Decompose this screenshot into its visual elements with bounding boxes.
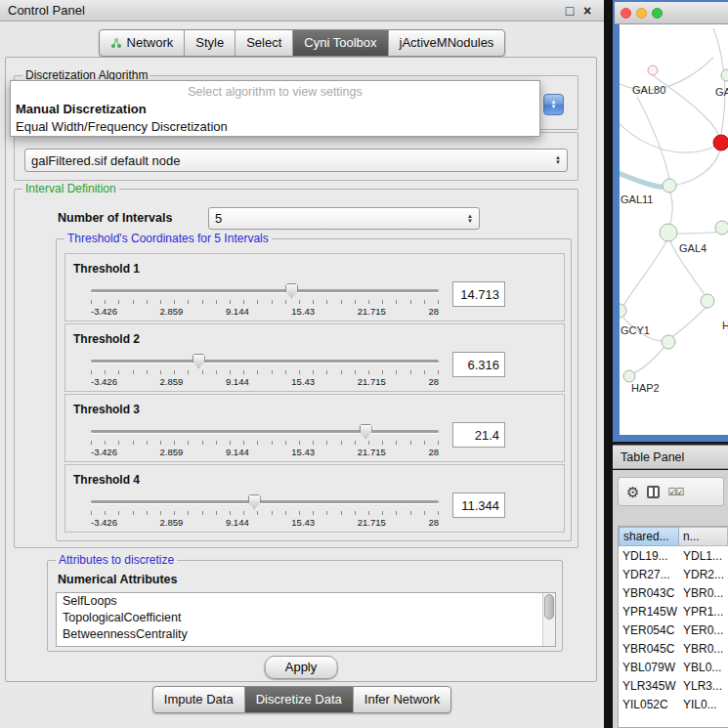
- node-label: GAL80: [632, 84, 665, 96]
- zoom-traffic-light-icon[interactable]: [652, 8, 663, 19]
- select-columns-icon[interactable]: ☑☑: [667, 487, 683, 497]
- slider-track[interactable]: [91, 354, 439, 369]
- table-row[interactable]: YDL19...YDL1...: [619, 546, 728, 565]
- tab-impute-data[interactable]: Impute Data: [153, 687, 245, 712]
- threshold-4-value-field[interactable]: 11.344: [452, 492, 505, 518]
- number-of-intervals-combobox[interactable]: 5 ▲▼: [208, 207, 480, 230]
- slider-track[interactable]: [91, 494, 439, 510]
- table-toolbar: ⚙ ☑☑: [618, 477, 724, 506]
- threshold-2-slider: -3.4262.8599.14415.4321.71528: [91, 354, 439, 387]
- tab-infer-network[interactable]: Infer Network: [354, 687, 450, 712]
- threshold-3-value-field[interactable]: 21.4: [452, 422, 505, 448]
- minimize-traffic-light-icon[interactable]: [636, 8, 647, 19]
- list-scrollbar[interactable]: [542, 593, 555, 646]
- network-node[interactable]: [648, 65, 658, 75]
- close-traffic-light-icon[interactable]: [621, 8, 631, 19]
- slider-scale: -3.4262.8599.14415.4321.71528: [91, 517, 439, 528]
- attributes-group: Attributes to discretize Numerical Attri…: [47, 560, 563, 652]
- network-node[interactable]: [623, 370, 635, 382]
- tab-cyni-toolbox[interactable]: Cyni Toolbox: [293, 30, 388, 56]
- threshold-1-value-field[interactable]: 14.713: [452, 281, 505, 307]
- right-column: GAL80 GA GAL11 GAL4 GCY1 HAP2 H Table Pa…: [613, 0, 728, 728]
- column-header-shared-name[interactable]: shared...: [619, 527, 679, 546]
- table-row[interactable]: YPR145WYPR1...: [619, 602, 728, 621]
- thresholds-group: Threshold's Coordinates for 5 Intervals …: [56, 238, 572, 541]
- tab-style[interactable]: Style: [185, 30, 236, 56]
- table-row[interactable]: YBL079WYBL0...: [619, 658, 728, 676]
- slider-track[interactable]: [91, 424, 439, 440]
- network-node[interactable]: [620, 304, 626, 318]
- list-item[interactable]: TopologicalCoefficient: [57, 610, 555, 626]
- column-header-name[interactable]: n...: [679, 527, 728, 546]
- node-label: GAL11: [621, 193, 653, 205]
- combobox-stepper-icon: ▲▼: [461, 214, 473, 224]
- network-graph: GAL80 GA GAL11 GAL4 GCY1 HAP2 H: [620, 24, 728, 435]
- numerical-attributes-label: Numerical Attributes: [58, 573, 177, 586]
- network-node[interactable]: [662, 335, 675, 349]
- table-header-row: shared... n...: [619, 527, 728, 546]
- network-node[interactable]: [701, 294, 714, 308]
- list-item[interactable]: BetweennessCentrality: [57, 626, 555, 643]
- network-canvas[interactable]: GAL80 GA GAL11 GAL4 GCY1 HAP2 H: [620, 24, 728, 435]
- scrollbar-thumb[interactable]: [544, 594, 554, 620]
- network-node[interactable]: [660, 224, 677, 241]
- gear-icon[interactable]: ⚙: [626, 485, 639, 499]
- table-panel-title: Table Panel: [621, 450, 684, 464]
- table-data-combobox-value: galFiltered.sif default node: [31, 153, 180, 168]
- cyni-content-panel: Discretization Algorithm Table Data galF…: [5, 57, 597, 682]
- threshold-2-label: Threshold 2: [73, 332, 140, 346]
- slider-track[interactable]: [91, 283, 439, 299]
- table-row[interactable]: YIL052CYIL0...: [619, 695, 728, 713]
- slider-scale: -3.4262.8599.14415.4321.71528: [91, 447, 439, 457]
- bottom-tab-bar: Impute Data Discretize Data Infer Networ…: [0, 686, 604, 713]
- network-node-selected[interactable]: [713, 135, 728, 150]
- network-edge-thick: [620, 171, 668, 187]
- slider-thumb[interactable]: [248, 494, 261, 509]
- panel-title: Control Panel: [8, 3, 561, 18]
- tab-select[interactable]: Select: [236, 30, 293, 56]
- network-window-titlebar[interactable]: [615, 2, 728, 24]
- table-row[interactable]: YBR043CYBR0...: [619, 583, 728, 602]
- table-row[interactable]: YER054CYER0...: [619, 621, 728, 639]
- list-item[interactable]: SelfLoops: [57, 593, 555, 610]
- network-node[interactable]: [663, 179, 676, 193]
- interval-definition-group-title: Interval Definition: [22, 182, 119, 195]
- algorithm-combobox-stepper[interactable]: ▲▼: [543, 94, 564, 115]
- table-row[interactable]: YBR045CYBR0...: [619, 639, 728, 658]
- tab-discretize-data[interactable]: Discretize Data: [245, 687, 354, 712]
- tab-jactivemnodules[interactable]: jActiveMNodules: [389, 30, 505, 56]
- tab-network[interactable]: Network: [100, 30, 186, 56]
- apply-button[interactable]: Apply: [265, 656, 338, 679]
- dropdown-option-equal-width[interactable]: Equal Width/Frequency Discretization: [11, 118, 539, 136]
- table-panel-titlebar: Table Panel: [613, 445, 728, 469]
- network-node[interactable]: [715, 221, 728, 235]
- slider-thumb[interactable]: [193, 354, 205, 368]
- slider-ticks: [91, 441, 439, 445]
- slider-thumb[interactable]: [285, 283, 298, 298]
- slider-thumb[interactable]: [360, 424, 372, 439]
- table-row[interactable]: YDR27...YDR2...: [619, 565, 728, 583]
- node-table: shared... n... YDL19...YDL1... YDR27...Y…: [618, 526, 728, 728]
- threshold-4-label: Threshold 4: [73, 473, 140, 487]
- threshold-1-box: Threshold 1 -3.4262.8599.14415.4321.7152…: [64, 253, 565, 321]
- slider-scale: -3.4262.8599.14415.4321.71528: [91, 306, 439, 317]
- slider-ticks: [91, 511, 439, 515]
- algorithm-dropdown-popup: Select algorithm to view settings Manual…: [10, 80, 540, 137]
- control-panel: Control Panel □ × Network Style Select C…: [0, 0, 604, 728]
- threshold-2-value-field[interactable]: 6.316: [452, 352, 505, 377]
- network-view-window: GAL80 GA GAL11 GAL4 GCY1 HAP2 H: [613, 0, 728, 442]
- columns-icon[interactable]: [647, 486, 660, 498]
- table-data-combobox[interactable]: galFiltered.sif default node ▲▼: [24, 149, 568, 172]
- close-icon[interactable]: ×: [578, 3, 596, 19]
- float-window-icon[interactable]: □: [561, 3, 578, 19]
- node-label: GA: [715, 86, 728, 98]
- threshold-2-box: Threshold 2 -3.4262.8599.14415.4321.7152…: [64, 323, 565, 392]
- network-node[interactable]: [721, 69, 728, 81]
- dropdown-option-manual-discretization[interactable]: Manual Discretization: [11, 101, 539, 118]
- table-row[interactable]: YLR345WYLR3...: [619, 676, 728, 695]
- combobox-stepper-icon: ▲▼: [549, 155, 561, 165]
- threshold-1-slider: -3.4262.8599.14415.4321.71528: [91, 283, 439, 317]
- slider-ticks: [91, 370, 439, 374]
- attributes-group-title: Attributes to discretize: [56, 553, 177, 567]
- interval-definition-group: Interval Definition Number of Intervals …: [14, 189, 578, 548]
